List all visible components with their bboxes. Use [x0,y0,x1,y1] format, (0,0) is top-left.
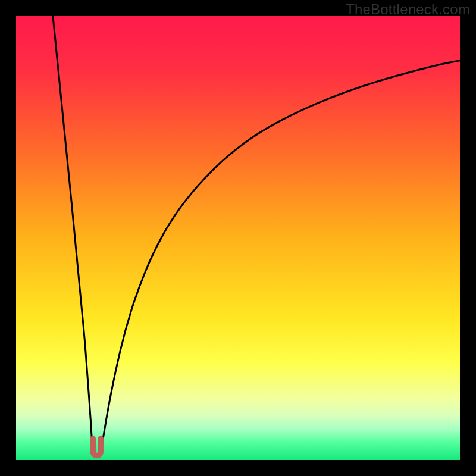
plot-area [16,16,460,460]
gradient-background [16,16,460,460]
watermark-text: TheBottleneck.com [346,1,470,18]
plot-svg [16,16,460,460]
chart-frame: TheBottleneck.com [0,0,476,476]
